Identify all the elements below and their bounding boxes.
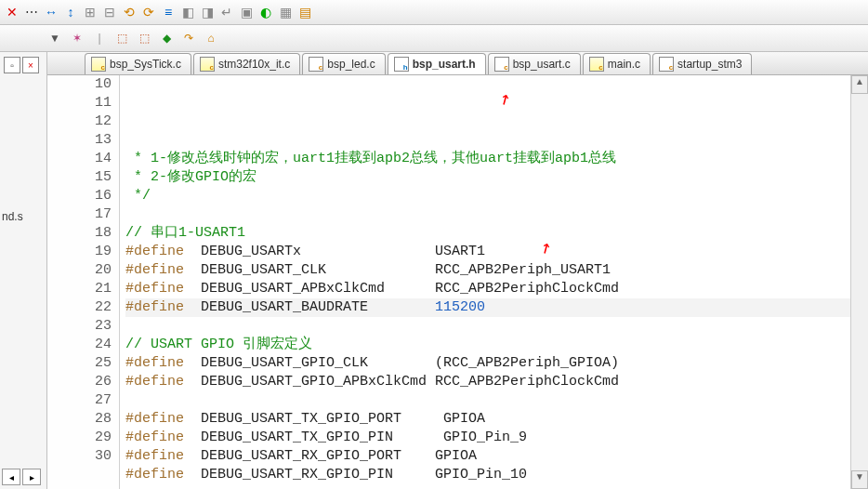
toolbar-icon[interactable]: ↕ bbox=[62, 4, 79, 20]
sidebar-file-label: nd.s bbox=[2, 210, 23, 223]
code-line[interactable]: #define DEBUG_USART_GPIO_APBxClkCmd RCC_… bbox=[125, 373, 868, 391]
code-line[interactable] bbox=[125, 317, 868, 336]
file-icon bbox=[589, 57, 604, 72]
file-icon bbox=[394, 57, 409, 72]
toolbar-icon[interactable]: ⌂ bbox=[203, 30, 219, 46]
code-line[interactable]: * 2-修改GPIO的宏 bbox=[125, 168, 868, 187]
code-editor[interactable]: ↗ ↗ * 1-修改总线时钟的宏，uart1挂载到apb2总线，其他uart挂载… bbox=[120, 75, 868, 489]
toolbar-icon[interactable]: ▦ bbox=[277, 4, 294, 20]
toolbar-icon[interactable]: ▣ bbox=[238, 4, 255, 20]
code-container[interactable]: 1011121314151617181920212223242526272829… bbox=[47, 75, 868, 489]
toolbar-icon[interactable]: ◨ bbox=[199, 4, 216, 20]
line-number: 10 bbox=[47, 75, 112, 94]
toolbar-icon[interactable]: ↵ bbox=[218, 4, 235, 20]
panel-controls: ▫ × bbox=[4, 57, 39, 73]
code-line[interactable]: // USART GPIO 引脚宏定义 bbox=[125, 336, 868, 354]
tab-label: main.c bbox=[608, 58, 640, 71]
toolbar-icon[interactable]: ↷ bbox=[180, 30, 197, 46]
vertical-scrollbar[interactable]: ▲ ▼ bbox=[850, 75, 868, 489]
sidebar-nav: ◂ ▸ bbox=[2, 469, 41, 485]
line-number: 25 bbox=[47, 354, 112, 373]
code-line[interactable]: // 串口1-USART1 bbox=[125, 224, 868, 243]
code-line[interactable] bbox=[125, 391, 868, 410]
line-number: 30 bbox=[47, 447, 112, 466]
toolbar-icon[interactable]: ⟲ bbox=[121, 4, 138, 20]
line-number: 29 bbox=[47, 429, 112, 447]
line-number: 22 bbox=[47, 298, 112, 317]
code-line[interactable]: #define DEBUG_USART_APBxClkCmd RCC_APB2P… bbox=[125, 280, 868, 298]
code-line[interactable]: #define DEBUG_USART_RX_GPIO_PORT GPIOA bbox=[125, 447, 868, 466]
code-line[interactable]: */ bbox=[125, 187, 868, 205]
toolbar-icon[interactable]: ⋯ bbox=[23, 4, 40, 20]
code-line[interactable]: * 1-修改总线时钟的宏，uart1挂载到apb2总线，其他uart挂载到apb… bbox=[125, 150, 868, 168]
line-number: 11 bbox=[47, 94, 112, 112]
nav-next-icon[interactable]: ▸ bbox=[22, 469, 41, 485]
annotation-arrow-icon: ↗ bbox=[495, 88, 514, 110]
line-number: 18 bbox=[47, 224, 112, 243]
second-toolbar: ▼✶|⬚⬚◆↷⌂ bbox=[0, 25, 868, 52]
tab-bsp-usart-c[interactable]: bsp_usart.c bbox=[488, 53, 581, 74]
editor-area: bsp_SysTick.cstm32f10x_it.cbsp_led.cbsp_… bbox=[47, 52, 868, 489]
line-number: 14 bbox=[47, 150, 112, 168]
toolbar-icon[interactable]: ⬚ bbox=[113, 30, 130, 46]
tab-bsp-systick-c[interactable]: bsp_SysTick.c bbox=[85, 53, 191, 74]
code-line[interactable]: #define DEBUG_USART_CLK RCC_APB2Periph_U… bbox=[125, 261, 868, 280]
line-number: 20 bbox=[47, 261, 112, 280]
line-number-gutter: 1011121314151617181920212223242526272829… bbox=[47, 75, 120, 489]
code-line[interactable]: #define DEBUG_USART_BAUDRATE 115200 bbox=[125, 298, 868, 317]
tab-startup-stm3[interactable]: startup_stm3 bbox=[652, 53, 752, 74]
file-icon bbox=[659, 57, 674, 72]
code-line[interactable] bbox=[125, 484, 868, 489]
scroll-down-icon[interactable]: ▼ bbox=[851, 470, 868, 489]
toolbar-icon[interactable]: ▤ bbox=[296, 4, 313, 20]
file-icon bbox=[200, 57, 215, 72]
code-line[interactable] bbox=[125, 205, 868, 224]
file-icon bbox=[309, 57, 323, 72]
code-line[interactable]: #define DEBUG_USART_GPIO_CLK (RCC_APB2Pe… bbox=[125, 354, 868, 373]
nav-prev-icon[interactable]: ◂ bbox=[2, 469, 20, 485]
toolbar-icon[interactable]: ◆ bbox=[158, 30, 175, 46]
left-sidebar: ▫ × nd.s ◂ ▸ bbox=[0, 52, 47, 489]
toolbar-icon[interactable]: ⬚ bbox=[136, 30, 152, 46]
toolbar-icon[interactable]: ✕ bbox=[4, 4, 20, 20]
line-number: 15 bbox=[47, 168, 112, 187]
tab-label: startup_stm3 bbox=[677, 58, 742, 71]
tab-label: bsp_led.c bbox=[327, 58, 375, 71]
line-number: 28 bbox=[47, 410, 112, 429]
tab-label: bsp_usart.h bbox=[413, 58, 476, 71]
line-number: 24 bbox=[47, 336, 112, 354]
line-number: 17 bbox=[47, 205, 112, 224]
toolbar-icon[interactable]: ≡ bbox=[160, 4, 177, 20]
line-number: 12 bbox=[47, 112, 112, 131]
tab-label: stm32f10x_it.c bbox=[218, 58, 290, 71]
tab-bsp-led-c[interactable]: bsp_led.c bbox=[302, 53, 385, 74]
toolbar-icon[interactable]: ▼ bbox=[46, 30, 63, 46]
toolbar-icon[interactable]: | bbox=[91, 30, 108, 46]
tab-main-c[interactable]: main.c bbox=[583, 53, 651, 74]
toolbar-icon[interactable]: ⊞ bbox=[82, 4, 99, 20]
panel-control-tab-icon[interactable]: ▫ bbox=[4, 57, 20, 73]
tab-bsp-usart-h[interactable]: bsp_usart.h bbox=[388, 53, 486, 74]
code-line[interactable]: #define DEBUG_USART_TX_GPIO_PIN GPIO_Pin… bbox=[125, 429, 868, 447]
panel-close-icon[interactable]: × bbox=[22, 57, 39, 73]
line-number: 21 bbox=[47, 280, 112, 298]
toolbar-icon[interactable]: ⊟ bbox=[101, 4, 118, 20]
code-line[interactable]: #define DEBUG_USART_RX_GPIO_PIN GPIO_Pin… bbox=[125, 466, 868, 484]
tab-bar: bsp_SysTick.cstm32f10x_it.cbsp_led.cbsp_… bbox=[47, 52, 868, 75]
top-toolbar: ✕⋯↔↕⊞⊟⟲⟳≡◧◨↵▣◐▦▤ bbox=[0, 0, 868, 25]
line-number: 23 bbox=[47, 317, 112, 336]
toolbar-icon[interactable]: ✶ bbox=[69, 30, 85, 46]
code-line[interactable]: #define DEBUG_USART_TX_GPIO_PORT GPIOA bbox=[125, 410, 868, 429]
toolbar-icon[interactable]: ◐ bbox=[257, 4, 274, 20]
toolbar-icon[interactable]: ◧ bbox=[179, 4, 196, 20]
line-number: 16 bbox=[47, 187, 112, 205]
tab-label: bsp_SysTick.c bbox=[110, 58, 181, 71]
code-line[interactable]: #define DEBUG_USARTx USART1 bbox=[125, 243, 868, 261]
main-area: ▫ × nd.s ◂ ▸ bsp_SysTick.cstm32f10x_it.c… bbox=[0, 52, 868, 489]
file-icon bbox=[494, 57, 509, 72]
toolbar-icon[interactable]: ⟳ bbox=[140, 4, 157, 20]
scroll-up-icon[interactable]: ▲ bbox=[851, 75, 868, 94]
tab-stm32f10x-it-c[interactable]: stm32f10x_it.c bbox=[193, 53, 300, 74]
line-number: 27 bbox=[47, 391, 112, 410]
toolbar-icon[interactable]: ↔ bbox=[43, 4, 59, 20]
